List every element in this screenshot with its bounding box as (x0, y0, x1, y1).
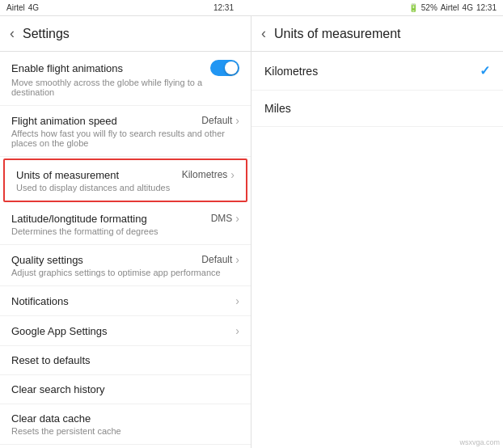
watermark: wsxvga.com (459, 438, 500, 446)
chevron-google-app: › (235, 324, 239, 337)
item-label-flight-animations: Enable flight animations (11, 62, 123, 74)
measurement-label-miles: Miles (264, 102, 291, 115)
item-desc-flight-animations: Move smoothly across the globe while fly… (11, 78, 239, 97)
chevron-animation-speed: › (235, 114, 239, 127)
item-right-quality: Default › (201, 253, 239, 266)
chevron-notifications: › (235, 294, 239, 307)
left-panel: ‹ Settings Enable flight animations Move… (0, 16, 252, 448)
measurement-label-kilometres: Kilometres (264, 65, 318, 78)
item-value-latlong: DMS (211, 213, 233, 224)
time-left: 12:31 (213, 3, 234, 12)
main-container: ‹ Settings Enable flight animations Move… (0, 16, 503, 448)
settings-item-reset[interactable]: Reset to defaults (0, 346, 251, 375)
item-label-google-app: Google App Settings (11, 325, 108, 337)
item-right-google-app: › (235, 324, 239, 337)
settings-item-notifications[interactable]: Notifications › (0, 286, 251, 316)
item-label-latlong: Latitude/longtitude formatting (11, 213, 147, 225)
left-carrier: Airtel (6, 3, 25, 12)
right-panel: ‹ Units of measurement Kilometres ✓ Mile… (252, 16, 503, 448)
item-label-clear-cache: Clear data cache (11, 412, 239, 425)
settings-item-latlong[interactable]: Latitude/longtitude formatting DMS › Det… (0, 204, 251, 245)
chevron-units: › (230, 168, 235, 181)
item-value-units: Kilometres (182, 169, 228, 180)
battery-icon: 🔋 (408, 3, 418, 12)
item-right-notifications: › (235, 294, 239, 307)
item-desc-latlong: Determines the formatting of degrees (11, 226, 239, 236)
settings-item-google-app[interactable]: Google App Settings › (0, 316, 251, 346)
settings-item-clear-search[interactable]: Clear search history (0, 375, 251, 404)
right-carrier: Airtel (441, 3, 459, 12)
settings-item-clear-cache[interactable]: Clear data cache Resets the persistent c… (0, 404, 251, 445)
settings-item-quality[interactable]: Quality settings Default › Adjust graphi… (0, 245, 251, 286)
item-label-quality: Quality settings (11, 254, 83, 266)
item-label-animation-speed: Flight animation speed (11, 115, 117, 127)
left-back-button[interactable]: ‹ (10, 25, 15, 42)
item-desc-animation-speed: Affects how fast you will fly to search … (11, 129, 239, 148)
right-back-button[interactable]: ‹ (261, 25, 266, 42)
item-value-quality: Default (201, 254, 232, 265)
item-desc-units: Used to display distances and altitudes (16, 183, 235, 192)
checkmark-kilometres: ✓ (480, 63, 490, 78)
right-header: ‹ Units of measurement (252, 16, 503, 52)
measurement-item-miles[interactable]: Miles (252, 91, 503, 127)
settings-item-animation-speed[interactable]: Flight animation speed Default › Affects… (0, 106, 251, 157)
battery-level: 52% (421, 3, 437, 12)
item-label-units: Units of measurement (16, 169, 119, 181)
item-label-reset: Reset to defaults (11, 354, 239, 366)
item-right-units: Kilometres › (182, 168, 235, 181)
status-bar-center: 12:31 (213, 3, 234, 12)
item-desc-quality: Adjust graphics settings to optimise app… (11, 268, 239, 277)
left-panel-title: Settings (23, 27, 70, 41)
chevron-latlong: › (235, 212, 239, 225)
status-bar-right: 🔋 52% Airtel 4G 12:31 (408, 3, 497, 12)
item-label-notifications: Notifications (11, 295, 69, 307)
status-bar: Airtel 4G 12:31 🔋 52% Airtel 4G 12:31 (0, 0, 503, 16)
status-bar-left: Airtel 4G (6, 3, 39, 12)
time-right: 12:31 (476, 3, 497, 12)
right-network: 4G (463, 3, 473, 12)
item-value-animation-speed: Default (201, 115, 232, 126)
right-panel-title: Units of measurement (274, 27, 401, 41)
settings-item-units[interactable]: Units of measurement Kilometres › Used t… (3, 158, 247, 202)
item-right-animation-speed: Default › (201, 114, 239, 127)
toggle-flight-animations[interactable] (210, 60, 239, 76)
chevron-quality: › (235, 253, 239, 266)
settings-item-flight-animations[interactable]: Enable flight animations Move smoothly a… (0, 52, 251, 106)
item-desc-clear-cache: Resets the persistent cache (11, 426, 239, 436)
item-label-clear-search: Clear search history (11, 383, 239, 395)
left-network: 4G (28, 3, 39, 12)
measurement-item-kilometres[interactable]: Kilometres ✓ (252, 52, 503, 91)
item-right-latlong: DMS › (211, 212, 239, 225)
left-header: ‹ Settings (0, 16, 251, 52)
